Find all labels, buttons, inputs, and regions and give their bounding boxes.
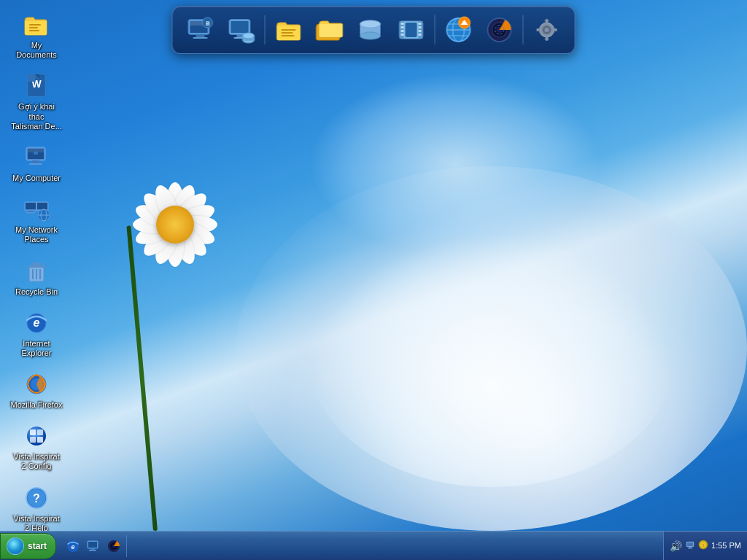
svg-rect-112: [90, 548, 95, 550]
svg-rect-3: [193, 37, 208, 39]
svg-rect-70: [34, 152, 38, 155]
svg-rect-74: [26, 212, 35, 214]
icon-talisman[interactable]: W Gợi ý khai thác Talisman De...: [7, 69, 66, 134]
svg-rect-56: [29, 24, 41, 26]
svg-rect-120: [688, 548, 692, 549]
talisman-label: Gợi ý khai thác Talisman De...: [10, 102, 63, 131]
svg-rect-69: [29, 163, 42, 165]
svg-rect-24: [401, 23, 404, 25]
ql-show-desktop-button[interactable]: [84, 537, 103, 556]
svg-rect-73: [28, 211, 34, 212]
ql-media-button[interactable]: [104, 537, 123, 556]
system-tray: 🔊 ! 1:55 PM: [663, 532, 747, 560]
svg-rect-27: [401, 34, 404, 36]
svg-rect-72: [26, 203, 36, 209]
tray-time-value: 1:55 PM: [711, 540, 741, 551]
svg-rect-62: [28, 74, 35, 82]
dock-item-internet[interactable]: [440, 11, 478, 49]
svg-point-19: [360, 32, 381, 39]
svg-rect-32: [406, 23, 417, 37]
svg-text:?: ?: [33, 492, 40, 505]
dock-separator-2: [435, 15, 436, 44]
ie-icon: e: [22, 308, 51, 338]
recycle-bin-label: Recycle Bin: [15, 287, 58, 297]
recycle-bin-icon: [22, 257, 51, 286]
icon-my-documents[interactable]: My Documents: [7, 7, 66, 63]
flower-head: [117, 166, 233, 283]
vista-config-label: Vista Inspirat 2 Config: [10, 452, 63, 471]
dock-item-media-player[interactable]: [481, 11, 519, 49]
svg-rect-14: [282, 29, 296, 31]
svg-rect-76: [37, 203, 47, 209]
ie-label: Internet Explorer: [10, 339, 63, 358]
svg-point-20: [360, 20, 381, 28]
dock-separator-1: [265, 15, 266, 44]
start-button[interactable]: start: [0, 533, 56, 559]
icon-my-network[interactable]: My Network Places: [7, 192, 66, 247]
svg-rect-96: [37, 429, 43, 435]
my-documents-icon: [22, 10, 51, 39]
dock-item-media[interactable]: [392, 11, 430, 49]
icon-vista-config[interactable]: Vista Inspirat 2 Config: [7, 419, 66, 474]
firefox-label: Mozilla Firefox: [11, 400, 63, 410]
tray-volume-icon[interactable]: 🔊: [670, 540, 682, 552]
dock-item-files1[interactable]: [270, 11, 308, 49]
svg-rect-111: [88, 542, 97, 548]
svg-rect-98: [37, 437, 43, 443]
my-documents-label: My Documents: [10, 41, 63, 60]
tray-network-icon[interactable]: [685, 540, 695, 552]
dock-item-files2[interactable]: [311, 11, 349, 49]
svg-rect-29: [419, 26, 422, 28]
my-computer-icon: [22, 143, 51, 172]
dock-item-network-drive[interactable]: [222, 11, 260, 49]
icon-vista-help[interactable]: ? Vista Inspirat 2 Help: [7, 481, 66, 536]
taskbar: start e: [0, 531, 747, 560]
icon-recycle-bin[interactable]: Recycle Bin: [7, 254, 66, 300]
svg-text:e: e: [71, 543, 75, 551]
svg-rect-2: [196, 34, 205, 37]
dock-separator-3: [523, 15, 524, 44]
vista-help-icon: ?: [22, 483, 51, 513]
svg-rect-58: [29, 30, 39, 31]
dock-item-settings[interactable]: [528, 11, 566, 49]
start-label: start: [28, 541, 47, 551]
icon-firefox[interactable]: Mozilla Firefox: [7, 367, 66, 413]
svg-rect-25: [401, 26, 404, 28]
icon-my-computer[interactable]: My Computer: [7, 140, 66, 186]
desktop-icons: My Documents W Gợi ý khai thác Talisman …: [7, 7, 66, 560]
svg-point-47: [545, 28, 549, 32]
svg-rect-26: [401, 30, 404, 32]
flower-center: [156, 206, 194, 244]
svg-text:e: e: [34, 316, 40, 329]
svg-rect-118: [687, 542, 693, 546]
svg-rect-51: [554, 28, 557, 31]
dock-item-storage[interactable]: [352, 11, 390, 49]
my-network-label: My Network Places: [10, 225, 63, 244]
my-network-icon: [22, 195, 51, 224]
tray-security-icon[interactable]: !: [698, 540, 708, 552]
svg-rect-28: [419, 23, 422, 25]
dock-item-computer[interactable]: 🖥: [182, 11, 220, 49]
svg-rect-15: [282, 32, 293, 34]
firefox-icon: [22, 370, 51, 399]
svg-rect-16: [282, 35, 295, 36]
svg-rect-8: [231, 21, 249, 33]
vista-config-icon: [22, 421, 51, 451]
top-dock: 🖥: [172, 6, 576, 54]
svg-rect-85: [33, 262, 40, 265]
svg-rect-119: [689, 547, 692, 548]
cloud-bg-3: [309, 73, 601, 255]
desktop: 🖥: [0, 0, 747, 560]
svg-rect-57: [29, 27, 38, 28]
start-orb: [7, 537, 24, 555]
svg-point-94: [27, 427, 46, 446]
cloud-bg-2: [309, 232, 674, 487]
svg-rect-113: [89, 550, 96, 551]
svg-rect-30: [419, 30, 422, 32]
tray-time[interactable]: 1:55 PM: [711, 540, 741, 551]
ql-ie-button[interactable]: e: [63, 537, 82, 556]
svg-point-13: [243, 33, 255, 39]
icon-ie[interactable]: e Internet Explorer: [7, 306, 66, 361]
svg-rect-95: [30, 429, 36, 435]
svg-rect-31: [419, 34, 422, 36]
